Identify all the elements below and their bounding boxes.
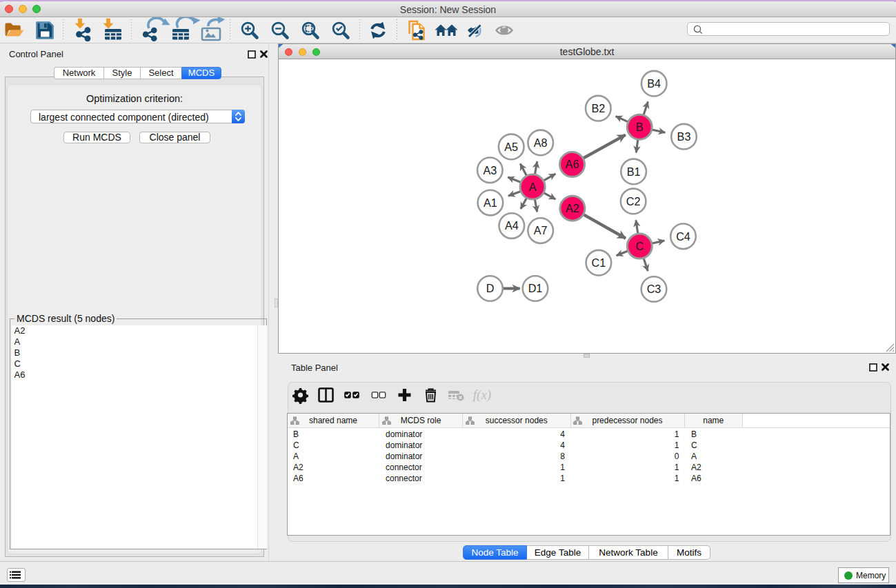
svg-text:A3: A3 (483, 164, 497, 176)
svg-text:A1: A1 (484, 196, 497, 209)
svg-text:A5: A5 (504, 141, 518, 153)
svg-text:A7: A7 (534, 224, 548, 236)
svg-text:B: B (636, 121, 644, 133)
svg-text:D1: D1 (528, 282, 543, 294)
svg-text:B4: B4 (647, 77, 661, 90)
svg-text:B2: B2 (591, 102, 605, 114)
svg-text:C3: C3 (647, 283, 661, 295)
svg-text:A6: A6 (566, 158, 579, 170)
svg-text:A4: A4 (505, 219, 519, 232)
svg-text:A2: A2 (566, 202, 579, 214)
svg-text:C1: C1 (592, 256, 606, 269)
svg-text:A: A (529, 181, 537, 193)
svg-text:A8: A8 (534, 136, 548, 149)
svg-text:C: C (635, 240, 644, 252)
svg-text:C2: C2 (626, 195, 641, 207)
svg-text:D: D (486, 282, 495, 294)
svg-text:B3: B3 (677, 130, 691, 143)
svg-text:f(x): f(x) (473, 387, 491, 403)
svg-text:C4: C4 (676, 230, 690, 243)
svg-text:B1: B1 (627, 165, 641, 178)
